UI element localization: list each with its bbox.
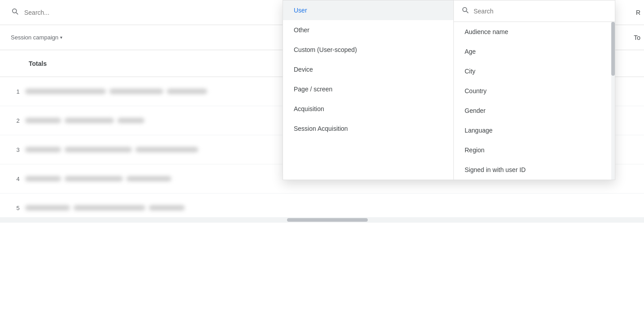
page-wrapper: R Session campaign ▾ To Totals 12345 Use…	[0, 0, 644, 314]
blur-block	[167, 89, 207, 94]
blur-block	[25, 89, 106, 94]
scrollbar-track	[611, 22, 615, 180]
blur-block	[65, 176, 123, 181]
blur-block	[117, 118, 144, 123]
dimension-item-country[interactable]: Country	[454, 81, 615, 101]
row-number: 2	[11, 117, 25, 124]
blur-block	[109, 89, 163, 94]
dimension-item-language[interactable]: Language	[454, 120, 615, 140]
category-item-session-acquisition[interactable]: Session Acquisition	[283, 119, 453, 138]
dimension-item-signed-in-user-id[interactable]: Signed in with user ID	[454, 160, 615, 180]
session-campaign-button[interactable]: Session campaign ▾	[11, 34, 62, 41]
row-number: 1	[11, 88, 25, 95]
dimension-item-region[interactable]: Region	[454, 140, 615, 160]
blur-block	[25, 205, 70, 211]
totals-label: Totals	[29, 60, 47, 67]
row-number: 5	[11, 205, 25, 211]
dimension-item-age[interactable]: Age	[454, 42, 615, 61]
category-item-user[interactable]: User	[283, 0, 453, 20]
category-item-custom-user-scoped[interactable]: Custom (User-scoped)	[283, 40, 453, 60]
top-search-icon	[11, 7, 19, 17]
blur-block	[65, 147, 132, 152]
dimension-item-gender[interactable]: Gender	[454, 101, 615, 120]
blur-block	[149, 205, 185, 211]
bottom-scrollbar-thumb[interactable]	[287, 218, 368, 222]
top-search-input[interactable]	[24, 9, 204, 16]
blur-block	[25, 176, 61, 181]
session-campaign-dropdown-arrow: ▾	[60, 35, 62, 40]
to-label: To	[634, 34, 644, 41]
blur-block	[126, 176, 171, 181]
dimension-search-bar	[454, 0, 615, 22]
blur-block	[65, 118, 114, 123]
row-blurred-content	[25, 205, 633, 211]
dimension-panel: Audience nameAgeCityCountryGenderLanguag…	[453, 0, 615, 180]
bottom-scrollbar[interactable]	[0, 217, 644, 223]
dimension-search-icon	[461, 6, 469, 16]
category-item-page-screen[interactable]: Page / screen	[283, 79, 453, 99]
dimension-item-audience-name[interactable]: Audience name	[454, 22, 615, 42]
blur-block	[25, 118, 61, 123]
row-number: 3	[11, 146, 25, 153]
blur-block	[74, 205, 145, 211]
dimension-item-city[interactable]: City	[454, 61, 615, 81]
category-panel: UserOtherCustom (User-scoped)DevicePage …	[283, 0, 453, 180]
blur-block	[135, 147, 198, 152]
dimension-search-input[interactable]	[474, 8, 608, 15]
blur-block	[25, 147, 61, 152]
dimension-list: Audience nameAgeCityCountryGenderLanguag…	[454, 22, 615, 180]
category-item-device[interactable]: Device	[283, 60, 453, 79]
session-campaign-label: Session campaign	[11, 34, 58, 41]
category-item-other[interactable]: Other	[283, 20, 453, 40]
top-right-label: R	[636, 9, 644, 16]
dropdown-overlay: UserOtherCustom (User-scoped)DevicePage …	[283, 0, 615, 180]
category-item-acquisition[interactable]: Acquisition	[283, 99, 453, 119]
row-number: 4	[11, 176, 25, 182]
scrollbar-thumb[interactable]	[611, 22, 615, 76]
